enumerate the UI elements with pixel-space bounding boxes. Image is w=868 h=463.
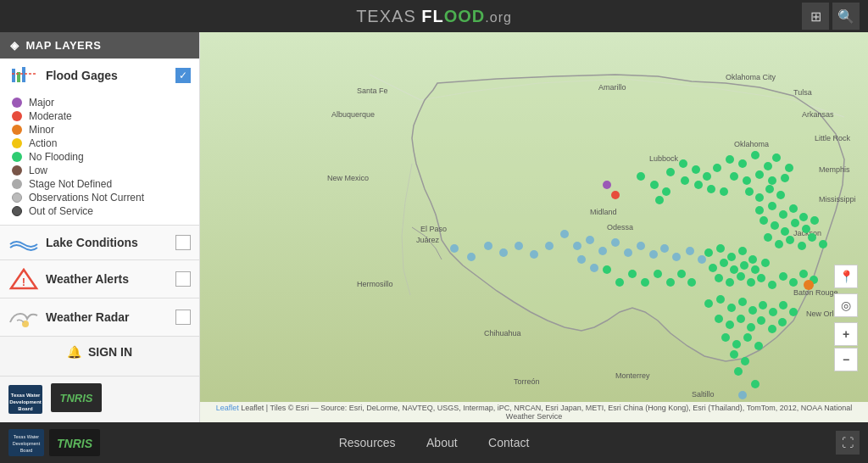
svg-point-123 [603,265,611,274]
map-controls: 📍 ◎ + − [834,265,858,371]
leaflet-link[interactable]: Leaflet [216,404,239,412]
svg-point-153 [515,242,523,250]
svg-point-144 [672,253,681,261]
compass-button[interactable]: ◎ [834,293,858,317]
svg-point-112 [747,323,755,332]
svg-text:Development: Development [13,441,41,446]
weather-alerts-row: ! Weather Alerts [0,260,199,298]
svg-point-83 [748,255,757,264]
svg-point-72 [810,216,819,225]
svg-point-130 [687,278,696,287]
lake-conditions-row: Lake Conditions [0,226,199,259]
svg-text:Hermosillo: Hermosillo [357,280,393,288]
search-button[interactable]: 🔍 [832,3,860,30]
svg-point-128 [666,278,675,287]
flood-gages-row: Flood Gages ✓ [0,59,199,92]
svg-text:!: ! [22,276,25,288]
weather-alerts-section: ! Weather Alerts [0,260,199,298]
svg-point-98 [799,270,808,278]
legend-moderate-label: Moderate [29,110,72,122]
flood-gages-label: Flood Gages [46,69,169,82]
svg-point-143 [660,244,669,253]
legend-moderate: Moderate [12,109,191,123]
svg-point-105 [759,301,767,310]
svg-point-111 [737,315,745,323]
weather-alerts-label: Weather Alerts [46,272,169,286]
svg-point-76 [798,242,806,250]
svg-point-68 [771,221,779,230]
map-container[interactable]: Santa Fe Albuquerque Amarillo Oklahoma C… [200,32,868,422]
svg-point-47 [755,170,764,179]
map-attribution: Leaflet Leaflet | Tiles © Esri — Source:… [200,402,868,422]
svg-point-134 [655,196,664,204]
svg-point-146 [698,255,706,264]
lake-conditions-section: Lake Conditions [0,226,199,260]
lake-conditions-icon [8,232,39,253]
lake-conditions-label: Lake Conditions [46,236,169,249]
svg-point-102 [727,304,736,312]
svg-text:Board: Board [18,406,33,411]
resources-link[interactable]: Resources [339,436,396,449]
svg-point-97 [789,278,798,287]
legend-low-label: Low [29,165,47,176]
svg-text:Development: Development [9,399,42,404]
svg-point-120 [730,350,738,359]
logo-ood: OOD [444,7,486,25]
flood-gages-checkbox[interactable]: ✓ [175,68,191,83]
svg-point-96 [779,272,787,281]
twdb-logo: Texas Water Development Board [8,385,42,414]
svg-point-64 [779,210,787,219]
svg-text:Midland: Midland [590,208,617,216]
map-icon-button[interactable]: ⊞ [802,3,829,30]
site-logo: TEXAS FLOOD.org [356,7,512,26]
svg-point-57 [666,168,675,176]
svg-point-59 [694,181,703,189]
svg-point-116 [721,333,730,342]
twdb-footer-logo: Texas Water Development Board TNRIS [8,429,100,456]
svg-point-62 [755,206,764,215]
about-link[interactable]: About [426,436,458,449]
svg-point-113 [757,316,765,325]
svg-point-155 [545,242,554,250]
svg-point-65 [789,204,798,213]
svg-point-127 [654,270,662,278]
svg-point-149 [450,244,459,253]
svg-point-42 [764,162,772,170]
svg-text:Mississippi: Mississippi [819,195,856,204]
weather-radar-checkbox[interactable] [175,310,191,325]
svg-point-114 [768,325,776,333]
svg-point-107 [779,301,787,310]
svg-point-84 [709,264,717,272]
weather-alerts-icon: ! [8,267,39,291]
weather-alerts-checkbox[interactable] [175,271,191,287]
svg-point-50 [745,187,754,196]
contact-link[interactable]: Contact [488,436,529,449]
zoom-out-button[interactable]: − [834,348,858,371]
bell-icon: 🔔 [67,345,81,359]
svg-point-121 [741,357,749,365]
legend-not-current: Observations Not Current [12,191,191,204]
svg-point-38 [713,164,721,172]
svg-point-53 [776,191,785,199]
lake-conditions-checkbox[interactable] [175,235,191,250]
fullscreen-button[interactable]: ⛶ [836,431,860,455]
svg-text:Amarillo: Amarillo [598,83,626,92]
svg-point-75 [786,236,794,244]
legend-action-label: Action [29,137,57,149]
footer-logos: Texas Water Development Board TNRIS [8,429,100,456]
svg-point-158 [603,181,611,189]
svg-point-137 [586,236,594,244]
svg-point-154 [530,250,538,259]
svg-text:Albuquerque: Albuquerque [331,110,375,119]
sign-in-row[interactable]: 🔔 SIGN IN [0,337,199,367]
svg-point-135 [560,230,569,238]
svg-point-94 [757,274,765,282]
locate-button[interactable]: 📍 [834,265,858,288]
sidebar-header: ◈ MAP LAYERS [0,32,199,59]
svg-point-46 [743,176,751,185]
svg-point-156 [804,280,814,290]
zoom-in-button[interactable]: + [834,322,858,346]
svg-point-125 [628,270,637,278]
svg-rect-2 [22,67,25,82]
svg-text:TNRIS: TNRIS [60,392,93,404]
